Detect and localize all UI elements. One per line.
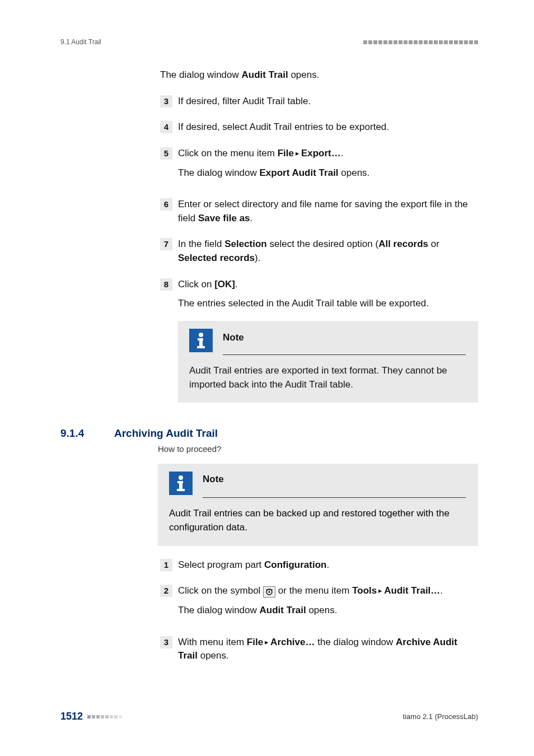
note-box: Note Audit Trail entries can be backed u… <box>158 464 478 545</box>
step-number: 8 <box>160 278 172 291</box>
step-b1: 1 Select program part Configuration. <box>160 558 478 572</box>
svg-rect-2 <box>199 338 203 347</box>
menu-arrow-icon <box>263 637 270 647</box>
step-6: 6 Enter or select directory and file nam… <box>160 198 478 225</box>
step-number: 7 <box>160 238 172 250</box>
svg-rect-6 <box>179 481 182 490</box>
menu-arrow-icon <box>294 148 301 158</box>
note-box: Note Audit Trail entries are exported in… <box>178 321 478 403</box>
page-footer: 1512 tiamo 2.1 (ProcessLab) <box>60 711 478 722</box>
step-body: Click on the menu item FileExport…. The … <box>178 147 478 185</box>
info-icon <box>189 329 213 352</box>
step-number: 4 <box>160 121 172 133</box>
step-number: 3 <box>160 95 172 108</box>
step-body: Select program part Configuration. <box>178 558 478 572</box>
step-b3: 3 With menu item FileArchive… the dialog… <box>160 636 478 663</box>
menu-arrow-icon <box>377 585 384 596</box>
step-4: 4 If desired, select Audit Trail entries… <box>160 120 478 134</box>
section-heading: 9.1.4 Archiving Audit Trail <box>60 427 478 440</box>
step-body: If desired, filter Audit Trail table. <box>178 95 478 109</box>
intro-paragraph: The dialog window Audit Trail opens. <box>160 68 478 82</box>
step-3: 3 If desired, filter Audit Trail table. <box>160 95 478 109</box>
step-number: 1 <box>160 559 172 571</box>
step-body: Click on the symbol or the menu item Too… <box>178 584 478 623</box>
note-title: Note <box>223 331 244 345</box>
step-number: 2 <box>160 585 172 597</box>
footer-ornament <box>87 715 122 718</box>
step-body: In the field Selection select the desire… <box>178 237 478 265</box>
step-7: 7 In the field Selection select the desi… <box>160 237 478 265</box>
section-number: 9.1.4 <box>60 427 114 440</box>
note-body: Audit Trail entries are exported in text… <box>189 364 466 391</box>
section-ref: 9.1 Audit Trail <box>60 38 101 46</box>
step-number: 5 <box>160 147 172 160</box>
step-number: 6 <box>160 198 172 211</box>
step-number: 3 <box>160 636 172 648</box>
note-title: Note <box>203 474 224 485</box>
svg-rect-7 <box>177 489 185 491</box>
svg-rect-3 <box>197 346 205 348</box>
step-body: If desired, select Audit Trail entries t… <box>178 120 478 134</box>
how-to-proceed: How to proceed? <box>158 444 478 454</box>
product-name: tiamo 2.1 (ProcessLab) <box>403 712 478 721</box>
step-body: Click on [OK]. The entries selected in t… <box>178 278 478 403</box>
step-body: With menu item FileArchive… the dialog w… <box>178 636 478 663</box>
step-b2: 2 Click on the symbol or the menu item T… <box>160 584 478 623</box>
svg-point-9 <box>269 591 270 593</box>
svg-point-0 <box>199 333 203 337</box>
page-number: 1512 <box>60 711 122 722</box>
header-ornament <box>363 40 478 44</box>
note-body: Audit Trail entries can be backed up and… <box>169 507 466 534</box>
step-8: 8 Click on [OK]. The entries selected in… <box>160 278 478 403</box>
running-header: 9.1 Audit Trail <box>60 38 478 46</box>
svg-point-4 <box>179 475 183 480</box>
info-icon <box>169 472 193 495</box>
section-title: Archiving Audit Trail <box>114 427 218 440</box>
step-body: Enter or select directory and file name … <box>178 198 478 225</box>
step-5: 5 Click on the menu item FileExport…. Th… <box>160 147 478 185</box>
audit-trail-toolbar-icon <box>263 586 275 598</box>
